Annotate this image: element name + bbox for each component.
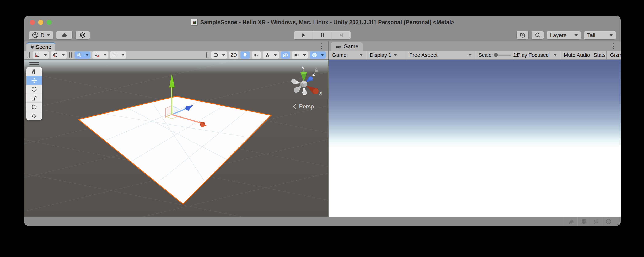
zoom-button[interactable] [46,20,52,25]
tools-drag-handle[interactable] [29,62,39,65]
tool-hand[interactable] [26,67,42,76]
lock-icon[interactable] [314,68,319,73]
axis-gizmo-z-cone[interactable] [306,76,313,82]
layout-dropdown[interactable]: Tall [584,31,616,40]
snap-increment-dropdown[interactable] [110,51,126,58]
aspect-ratio-dropdown[interactable]: Free Aspect [406,50,475,59]
tool-transform[interactable] [26,111,42,120]
tool-palette [26,67,42,120]
title-bar[interactable]: ▣ SampleScene - Hello XR - Windows, Mac,… [24,16,620,29]
scene-panel-menu-icon[interactable]: ⋮ [318,42,324,49]
tab-scene[interactable]: # Scene [26,42,56,50]
chevron-down-icon [394,54,397,56]
layers-label: Layers [550,32,566,38]
debugger-status-button[interactable] [565,217,577,226]
plastic-scm-button[interactable] [76,31,90,40]
display-dropdown[interactable]: Display 1 [366,50,406,59]
cache-server-disabled-icon [580,218,587,225]
play-button[interactable] [294,31,313,40]
play-mode-behavior-dropdown[interactable]: Play Focused [514,50,560,59]
window-title-wrap: ▣ SampleScene - Hello XR - Windows, Mac,… [191,19,454,26]
scene-grid-icon: # [30,44,34,50]
mute-audio-label: Mute Audio [564,52,590,58]
effects-dropdown[interactable] [263,51,279,58]
minimize-button[interactable] [38,20,43,25]
chevron-down-icon [46,34,50,36]
layers-dropdown[interactable]: Layers [547,31,581,40]
scene-audio-toggle[interactable] [252,51,261,58]
axis-gizmo-x-cone[interactable] [306,86,319,94]
toolbar-drag-handle[interactable] [28,52,30,57]
slider-knob[interactable] [494,53,498,57]
search-button[interactable] [532,31,544,40]
rect-icon [31,104,37,110]
scene-document-icon: ▣ [191,19,198,26]
chevron-down-icon [554,54,557,56]
cache-server-status-button[interactable] [577,217,590,226]
check-circle-icon [606,218,612,225]
scene-canvas: y z x [24,60,328,217]
tool-settings-pivot-dropdown[interactable] [33,51,49,58]
cloud-button[interactable] [56,31,72,40]
tab-game[interactable]: Game [331,42,363,50]
tool-move[interactable] [26,76,42,85]
scene-tab-label: Scene [36,44,51,50]
window-title: SampleScene - Hello XR - Windows, Mac, L… [200,19,454,26]
tool-rotate[interactable] [26,85,42,94]
close-button[interactable] [30,20,35,25]
aspect-label: Free Aspect [409,52,437,58]
chevron-down-icon [610,34,613,36]
scale-control: Scale 1x [475,50,514,59]
globe-icon [50,51,60,58]
scene-view-options: 2D [205,51,326,58]
account-label: D [40,32,44,38]
toolbar-drag-handle[interactable] [206,52,208,57]
undo-history-button[interactable] [516,31,529,40]
scene-lighting-toggle[interactable] [240,51,250,58]
unity-editor-window: ▣ SampleScene - Hello XR - Windows, Mac,… [24,16,620,226]
pause-button[interactable] [313,31,332,40]
account-dropdown[interactable]: D [29,31,53,40]
hand-icon [31,68,37,75]
game-panel-menu-icon[interactable]: ⋮ [610,42,617,49]
plastic-scm-icon [80,32,86,38]
axis-gizmo-cube[interactable] [300,80,307,87]
snap-increment-caret [120,51,126,58]
history-icon [520,32,526,38]
mute-audio-toggle[interactable]: Mute Audio [560,50,590,59]
game-viewport[interactable] [329,60,620,217]
projection-label-wrap[interactable]: Persp [294,103,314,110]
chevron-down-icon [468,54,472,56]
effects-icon [263,51,272,58]
stats-toggle[interactable]: Stats [590,50,607,59]
game-gizmos-dropdown[interactable]: Gizmos [607,50,620,59]
auto-refresh-status-button[interactable] [590,217,602,226]
snap-dropdown[interactable] [92,51,108,58]
tool-settings-global-dropdown[interactable] [50,51,67,58]
scale-label: Scale [478,52,492,58]
2d-toggle[interactable]: 2D [229,51,238,58]
refresh-disabled-icon [593,218,599,225]
tool-rect[interactable] [26,103,42,111]
scene-visibility-toggle[interactable] [281,51,290,58]
scale-slider[interactable] [494,53,511,57]
tools-overlay [26,62,42,120]
draw-mode-dropdown[interactable] [211,51,227,58]
projection-label: Persp [299,103,314,110]
tool-scale[interactable] [26,94,42,103]
game-tab-bar: Game ⋮ [329,41,620,50]
chevron-down-icon [360,54,363,56]
camera-settings-dropdown[interactable] [292,51,308,58]
scene-viewport[interactable]: y z x Persp [24,60,328,217]
step-icon [339,32,344,38]
gizmos-dropdown[interactable] [310,51,326,58]
lightbulb-icon [242,52,248,58]
compile-status-button[interactable] [602,217,615,226]
display-target-dropdown[interactable]: Game [329,50,366,59]
toolbar-right-group: Layers Tall [516,31,616,40]
axis-gizmo-y-cone[interactable] [300,72,307,82]
step-button[interactable] [332,31,351,40]
grid-visibility-dropdown[interactable]: Y [74,51,90,58]
toolbar-drag-handle[interactable] [70,52,72,57]
eye-hidden-icon [282,52,288,58]
